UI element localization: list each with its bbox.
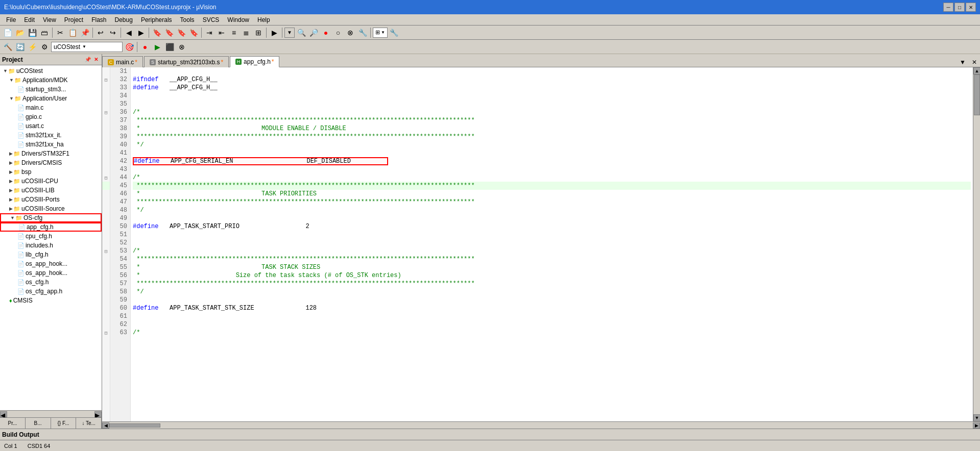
hscroll-track[interactable] — [7, 412, 94, 416]
flash-btn[interactable]: ⚡ — [27, 41, 38, 53]
tab-main-c[interactable]: C main.c * — [102, 56, 143, 67]
tree-item-ucosiii-lib[interactable]: ▶ 📁 uCOSIII-LIB — [0, 186, 102, 195]
stop-button[interactable]: ● — [320, 27, 331, 38]
tree-item-os-cfg[interactable]: ▼ 📁 OS-cfg — [0, 213, 102, 222]
rebuild-btn[interactable]: 🔄 — [14, 41, 26, 53]
cut-button[interactable]: ✂ — [55, 27, 66, 38]
fold-63[interactable]: ⊟ — [102, 329, 110, 337]
tree-item-stm32-it[interactable]: 📄 stm32f1xx_it. — [0, 131, 102, 140]
hscroll-right-btn[interactable]: ▶ — [94, 411, 102, 417]
hscroll-right-btn-editor[interactable]: ▶ — [973, 422, 980, 429]
fold-53[interactable]: ⊟ — [102, 247, 110, 255]
menu-edit[interactable]: Edit — [20, 15, 39, 24]
nav-back-button[interactable]: ◀ — [123, 27, 134, 38]
hscroll-thumb-editor[interactable] — [109, 423, 160, 428]
panel-pin-button[interactable]: 📌 — [84, 56, 91, 63]
bookmark4-button[interactable]: 🔖 — [188, 27, 199, 38]
menu-view[interactable]: View — [39, 15, 60, 24]
vscroll-up-btn[interactable]: ▲ — [973, 67, 980, 74]
nav-tab-functions[interactable]: {} F... — [51, 418, 77, 429]
expand-icon-ucostest[interactable]: ▼ — [3, 68, 8, 73]
menu-svcs[interactable]: SVCS — [199, 15, 224, 24]
format3-button[interactable]: ⊞ — [253, 27, 264, 38]
tab-list-btn[interactable]: ▼ — [957, 58, 969, 67]
expand-icon-ucosiii-lib[interactable]: ▶ — [9, 188, 13, 193]
hscroll-left-btn[interactable]: ◀ — [0, 411, 7, 417]
vscroll-down-btn[interactable]: ▼ — [973, 414, 980, 421]
target-btn[interactable]: 🎯 — [124, 41, 135, 53]
nav-tab-books[interactable]: B... — [26, 418, 51, 429]
debug-resume-btn[interactable]: ▶ — [152, 41, 163, 53]
search-button[interactable]: 🔍 — [296, 27, 307, 38]
pause-button[interactable]: ○ — [332, 27, 344, 38]
menu-peripherals[interactable]: Peripherals — [137, 15, 176, 24]
tree-item-app-mdk[interactable]: ▼ 📁 Application/MDK — [0, 76, 102, 85]
menu-debug[interactable]: Debug — [111, 15, 137, 24]
hscroll-left-btn-editor[interactable]: ◀ — [102, 422, 109, 429]
tree-item-lib-cfg-h[interactable]: 📄 lib_cfg.h — [0, 250, 102, 259]
hscroll-track-editor[interactable] — [109, 423, 973, 428]
tree-item-cpu-cfg-h[interactable]: 📄 cpu_cfg.h — [0, 232, 102, 241]
bookmark2-button[interactable]: 🔖 — [163, 27, 175, 38]
format2-button[interactable]: ≣ — [241, 27, 252, 38]
tree-item-gpio-c[interactable]: 📄 gpio.c — [0, 112, 102, 121]
menu-project[interactable]: Project — [60, 15, 87, 24]
menu-window[interactable]: Window — [223, 15, 253, 24]
close-button[interactable]: ✕ — [966, 3, 976, 12]
tree-item-os-cfg-app-h[interactable]: 📄 os_cfg_app.h — [0, 287, 102, 296]
maximize-button[interactable]: □ — [954, 3, 965, 12]
expand-icon-bsp[interactable]: ▶ — [9, 169, 13, 174]
redo-button[interactable]: ↪ — [107, 27, 118, 38]
tree-item-ucosiii-source[interactable]: ▶ 📁 uCOSIII-Source — [0, 204, 102, 213]
expand-icon-drivers-cmsis[interactable]: ▶ — [9, 160, 13, 165]
nav-fwd-button[interactable]: ▶ — [135, 27, 147, 38]
tree-item-startup[interactable]: 📄 startup_stm3... — [0, 85, 102, 94]
expand-icon-drivers-stm32[interactable]: ▶ — [9, 151, 13, 156]
tree-item-usart-c[interactable]: 📄 usart.c — [0, 121, 102, 131]
tab-close-btn[interactable]: ✕ — [969, 58, 980, 67]
tools-btn[interactable]: 🔧 — [389, 27, 400, 38]
expand-icon-ucosiii-cpu[interactable]: ▶ — [9, 179, 13, 184]
vscroll-thumb[interactable] — [974, 74, 980, 115]
new-file-button[interactable]: 📄 — [2, 27, 13, 38]
format-button[interactable]: ≡ — [228, 27, 240, 38]
tree-item-os-cfg-h[interactable]: 📄 os_cfg.h — [0, 278, 102, 287]
tree-item-app-cfg-h[interactable]: 📄 app_cfg.h — [0, 222, 102, 232]
run-button[interactable]: ▶ — [269, 27, 280, 38]
tree-item-ucosiii-ports[interactable]: ▶ 📁 uCOSIII-Ports — [0, 195, 102, 204]
tree-item-os-app-hook2[interactable]: 📄 os_app_hook... — [0, 268, 102, 278]
save-all-button[interactable]: 🗃 — [39, 27, 50, 38]
paste-button[interactable]: 📌 — [79, 27, 90, 38]
vscroll-track[interactable] — [973, 74, 980, 414]
zoom-button[interactable]: 🔎 — [308, 27, 319, 38]
target-config-btn[interactable]: ▼ — [284, 28, 295, 38]
tree-item-bsp[interactable]: ▶ 📁 bsp — [0, 167, 102, 177]
tree-item-app-user[interactable]: ▼ 📁 Application/User — [0, 94, 102, 103]
bookmark1-button[interactable]: 🔖 — [151, 27, 162, 38]
tab-startup[interactable]: S startup_stm32f103xb.s * — [144, 56, 229, 67]
tree-item-includes-h[interactable]: 📄 includes.h — [0, 241, 102, 250]
tree-item-stm32-ha[interactable]: 📄 stm32f1xx_ha — [0, 140, 102, 149]
config-btn[interactable]: ⚙ — [39, 41, 50, 53]
expand-icon-ucosiii-ports[interactable]: ▶ — [9, 197, 13, 202]
clear-button[interactable]: ⊗ — [345, 27, 356, 38]
debug-start-btn[interactable]: ● — [139, 41, 151, 53]
menu-tools[interactable]: Tools — [176, 15, 199, 24]
panel-close-button[interactable]: ✕ — [92, 56, 100, 63]
editor-hscroll[interactable]: ◀ ▶ — [102, 421, 980, 429]
fold-44[interactable]: ⊟ — [102, 173, 110, 182]
undo-button[interactable]: ↩ — [95, 27, 106, 38]
tab-app-cfg-h[interactable]: H app_cfg.h * — [230, 56, 279, 67]
tree-item-drivers-cmsis[interactable]: ▶ 📁 Drivers/CMSIS — [0, 158, 102, 167]
menu-help[interactable]: Help — [253, 15, 274, 24]
fold-32[interactable]: ⊟ — [102, 76, 110, 84]
settings-button[interactable]: 🔧 — [357, 27, 368, 38]
debug-extra-btn[interactable]: ⊗ — [176, 41, 187, 53]
save-button[interactable]: 💾 — [27, 27, 38, 38]
nav-tab-project[interactable]: Pr... — [0, 418, 26, 429]
tree-item-ucosiii-cpu[interactable]: ▶ 📁 uCOSIII-CPU — [0, 177, 102, 186]
unindent-button[interactable]: ⇤ — [216, 27, 227, 38]
project-dropdown[interactable]: uCOStest ▼ — [51, 42, 123, 52]
build-btn[interactable]: 🔨 — [2, 41, 13, 53]
tree-item-main-c[interactable]: 📄 main.c — [0, 103, 102, 112]
